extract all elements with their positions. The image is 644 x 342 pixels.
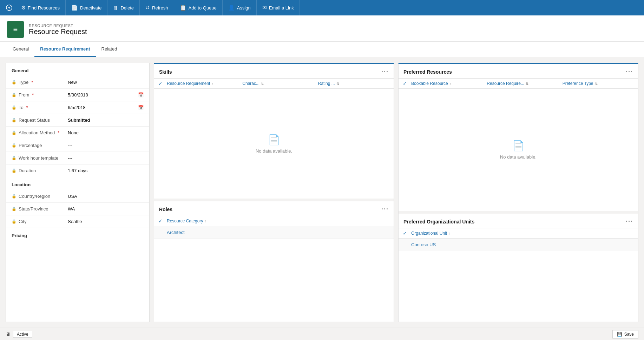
preferred-org-title: Preferred Organizational Units: [403, 219, 474, 224]
skills-col-resource-requirement[interactable]: Resource Requirement ↑: [167, 81, 242, 86]
save-icon: 💾: [617, 332, 622, 337]
request-status-value: Submitted: [68, 118, 144, 123]
pref-res-col-preference-type[interactable]: Preference Type ⇅: [563, 81, 638, 86]
no-data-icon: 📄: [268, 134, 280, 146]
calendar-icon-to[interactable]: 📅: [138, 105, 144, 110]
sort-icon: ↑: [211, 82, 213, 86]
allocation-method-value[interactable]: None: [68, 130, 144, 135]
pref-org-check-icon[interactable]: ✓: [403, 230, 407, 236]
lock-icon-dur: 🔒: [12, 168, 17, 173]
skills-no-data: 📄 No data available.: [154, 89, 394, 199]
type-label: 🔒 Type *: [12, 80, 68, 85]
pref-sort-icon-3: ⇅: [595, 82, 598, 86]
city-value[interactable]: Seattle: [68, 219, 144, 224]
sort-icon-2: ⇅: [261, 82, 264, 86]
city-field-row: 🔒 City Seattle: [6, 215, 149, 228]
type-field-row: 🔒 Type * New: [6, 76, 149, 89]
add-to-queue-icon: 📋: [180, 5, 186, 11]
deactivate-button[interactable]: 📄 Deactivate: [66, 0, 107, 15]
roles-col-resource-category[interactable]: Resource Category ↑: [167, 219, 394, 223]
delete-button[interactable]: 🗑 Delete: [107, 0, 140, 15]
status-bar: 🖥 Active 💾 Save: [0, 328, 644, 340]
assign-button[interactable]: 👤 Assign: [223, 0, 257, 15]
status-badge: Active: [13, 331, 32, 338]
roles-grid-header: ✓ Resource Category ↑: [154, 216, 394, 226]
lock-icon-country: 🔒: [12, 194, 17, 199]
save-button[interactable]: 💾 Save: [612, 330, 638, 338]
preferred-org-row-value[interactable]: Contoso US: [411, 242, 638, 247]
calendar-icon-from[interactable]: 📅: [138, 92, 144, 98]
skills-check-icon[interactable]: ✓: [158, 81, 163, 86]
request-status-field-row: 🔒 Request Status Submitted: [6, 114, 149, 127]
roles-check-icon[interactable]: ✓: [158, 218, 163, 224]
pref-res-col-require[interactable]: Resource Require... ⇅: [487, 81, 562, 86]
type-value[interactable]: New: [68, 80, 144, 85]
lock-icon-wht: 🔒: [12, 156, 17, 160]
pref-res-check-icon[interactable]: ✓: [403, 81, 407, 86]
pref-org-col-unit[interactable]: Organizational Unit ↑: [411, 231, 638, 236]
skills-check-col: ✓: [154, 81, 167, 86]
country-label: 🔒 Country/Region: [12, 194, 68, 199]
state-label: 🔒 State/Province: [12, 206, 68, 212]
duration-label: 🔒 Duration: [12, 168, 68, 173]
to-value[interactable]: 6/5/2018: [68, 105, 138, 110]
lock-icon-city: 🔒: [12, 219, 17, 224]
pref-sort-icon-1: ↑: [449, 82, 451, 86]
required-star-from: *: [32, 92, 34, 98]
from-label: 🔒 From *: [12, 92, 68, 98]
skills-section: ✓ Resource Requirement ↑ Charac... ⇅ Rat…: [154, 78, 394, 199]
country-value[interactable]: USA: [68, 194, 144, 199]
skills-col-charac[interactable]: Charac... ⇅: [242, 81, 318, 86]
preferred-org-section: Preferred Organizational Units ··· ✓ Org…: [399, 211, 638, 322]
from-value[interactable]: 5/30/2018: [68, 92, 138, 98]
top-navigation-bar: ⚙ Find Resources 📄 Deactivate 🗑 Delete ↺…: [0, 0, 644, 15]
refresh-button[interactable]: ↺ Refresh: [140, 0, 174, 15]
tab-related[interactable]: Related: [96, 41, 123, 57]
tab-resource-requirement[interactable]: Resource Requirement: [34, 41, 96, 57]
tabs-bar: General Resource Requirement Related: [0, 42, 644, 57]
roles-check-col: ✓: [154, 218, 167, 224]
required-star: *: [31, 80, 33, 85]
preferred-resources-grid-header: ✓ Bookable Resource ↑ Resource Require..…: [399, 78, 638, 89]
add-to-queue-button[interactable]: 📋 Add to Queue: [174, 0, 223, 15]
to-date-row: 6/5/2018 📅: [68, 105, 144, 110]
delete-icon: 🗑: [113, 5, 118, 11]
home-button[interactable]: [3, 0, 15, 15]
pref-sort-icon-2: ⇅: [526, 82, 528, 86]
email-a-link-button[interactable]: ✉ Email a Link: [257, 0, 300, 15]
lock-icon-alloc: 🔒: [12, 130, 17, 135]
roles-title: Roles: [159, 207, 172, 212]
request-status-label: 🔒 Request Status: [12, 118, 68, 123]
lock-icon-from: 🔒: [12, 93, 17, 97]
roles-row: Architect: [154, 226, 394, 239]
pref-res-col-bookable[interactable]: Bookable Resource ↑: [411, 81, 487, 86]
tab-general[interactable]: General: [7, 41, 34, 57]
left-panel: General 🔒 Type * New 🔒 From * 5/30/2018 …: [6, 63, 150, 322]
skills-col-rating[interactable]: Rating ... ⇅: [318, 81, 394, 86]
preferred-org-header: Preferred Organizational Units ···: [399, 214, 638, 228]
roles-row-value[interactable]: Architect: [167, 230, 394, 235]
state-value[interactable]: WA: [68, 206, 144, 212]
sort-icon-3: ⇅: [336, 82, 339, 86]
skills-more-button[interactable]: ···: [381, 68, 389, 75]
preferred-resources-panel: Preferred Resources ··· ✓ Bookable Resou…: [398, 63, 638, 322]
record-icon: ≡: [7, 21, 24, 38]
skills-title: Skills: [159, 69, 172, 75]
work-hour-template-value[interactable]: ---: [68, 155, 144, 161]
lock-icon: 🔒: [12, 80, 17, 85]
find-resources-button[interactable]: ⚙ Find Resources: [15, 0, 66, 15]
main-content: General 🔒 Type * New 🔒 From * 5/30/2018 …: [0, 57, 644, 328]
preferred-resources-title: Preferred Resources: [403, 69, 452, 75]
percentage-value[interactable]: ---: [68, 143, 144, 148]
percentage-field-row: 🔒 Percentage ---: [6, 139, 149, 152]
percentage-label: 🔒 Percentage: [12, 143, 68, 148]
header-text: RESOURCE REQUEST Resource Request: [29, 24, 87, 36]
roles-more-button[interactable]: ···: [381, 206, 389, 213]
roles-sort-icon: ↑: [204, 219, 206, 223]
page-title: Resource Request: [29, 28, 87, 36]
skills-panel-header: Skills ···: [154, 64, 394, 78]
preferred-org-more-button[interactable]: ···: [626, 218, 633, 225]
lock-icon-to: 🔒: [12, 105, 17, 110]
preferred-resources-more-button[interactable]: ···: [626, 68, 633, 75]
allocation-method-label: 🔒 Allocation Method *: [12, 130, 68, 135]
